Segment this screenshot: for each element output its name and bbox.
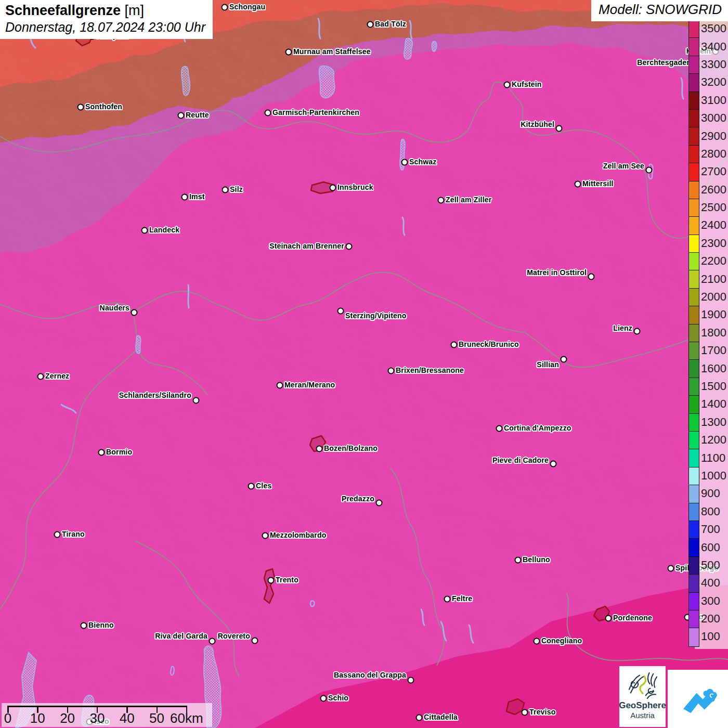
model-label: Modell: SNOWGRID (599, 2, 722, 17)
legend-color-cell (689, 289, 699, 306)
legend-tick-label: 3000 (701, 109, 726, 127)
legend-color-cell (689, 593, 699, 610)
scalebar-label: 50 (149, 710, 164, 726)
scalebar-label: 10 (30, 710, 45, 726)
legend-color-cell (689, 163, 699, 181)
legend-tick-label: 600 (701, 538, 726, 556)
legend-tick-label: 200 (701, 610, 726, 628)
legend-tick-label: 2800 (701, 145, 726, 163)
legend-color-cell (689, 235, 699, 253)
legend-tick-label: 1400 (701, 395, 726, 413)
legend-tick-label: 700 (701, 521, 726, 538)
legend-color-cell (689, 539, 699, 556)
title-datetime: Donnerstag, 18.07.2024 23:00 Uhr (5, 20, 205, 35)
legend-color-cell (689, 378, 699, 396)
legend-tick-label: 100 (701, 628, 726, 645)
legend-tick-label: 2300 (701, 235, 726, 252)
legend-color-cell (689, 20, 699, 38)
title-box: Schneefallgrenze [m] Donnerstag, 18.07.2… (0, 0, 213, 39)
legend-color-cell (689, 557, 699, 575)
legend-tick-label: 2900 (701, 127, 726, 145)
legend-tick-label: 3300 (701, 56, 726, 73)
legend-tick-label: 2400 (701, 216, 726, 234)
legend-tick-label: 1800 (701, 324, 726, 342)
legend-tick-label: 400 (701, 574, 726, 592)
legend-color-cell (689, 396, 699, 413)
legend-tick-label: 3100 (701, 92, 726, 109)
scalebar-label: 0 (4, 710, 11, 726)
legend-tick-label: 1900 (701, 306, 726, 323)
legend-color-cell (689, 449, 699, 467)
scalebar-label: 20 (60, 710, 75, 726)
legend-tick-label: 2000 (701, 288, 726, 306)
legend-color-cell (689, 521, 699, 539)
title-unit: [m] (125, 3, 145, 18)
legend-tick-label: 900 (701, 485, 726, 502)
legend-tick-label: 3500 (701, 20, 726, 37)
legend-color-cell (689, 467, 699, 485)
scalebar-label: 60km (170, 710, 203, 726)
legend-color-cell (689, 575, 699, 592)
legend-color-cell (689, 306, 699, 324)
legend-color-cell (689, 199, 699, 217)
legend-color-cell (689, 324, 699, 342)
legend-color-cell (689, 485, 699, 503)
legend-tick-label: 2500 (701, 199, 726, 216)
legend-tick-label: 1000 (701, 467, 726, 485)
legend-color-cell (689, 217, 699, 235)
legend-tick-label: 2200 (701, 252, 726, 270)
map-title: Schneefallgrenze [m] (5, 3, 205, 19)
legend-tick-label: 1500 (701, 378, 726, 395)
legend-color-cell (689, 432, 699, 449)
legend-color-cell (689, 110, 699, 127)
geosphere-logo-sub: Austria (630, 711, 655, 720)
geosphere-logo: GeoSphere Austria (619, 666, 666, 727)
legend-tick-label: 300 (701, 592, 726, 610)
legend-tick-label: 1600 (701, 359, 726, 377)
legend-color-cell (689, 360, 699, 378)
legend-tick-label: 800 (701, 503, 726, 521)
geosphere-logo-name: GeoSphere (619, 700, 666, 711)
legend-tick-label: 500 (701, 556, 726, 574)
scalebar-label: 30 (89, 710, 105, 726)
legend-tick-label: 2600 (701, 181, 726, 199)
legend-colorbar (688, 20, 699, 647)
legend-tick-label: 3200 (701, 73, 726, 91)
terrain-layers (0, 0, 728, 728)
map-canvas: SchongauBad TölzKemptenMurnau am Staffel… (0, 0, 728, 728)
legend-color-cell (689, 342, 699, 360)
legend-color-cell (689, 56, 699, 74)
legend-color-cell (689, 38, 699, 56)
legend-color-cell (689, 253, 699, 270)
legend-color-cell (689, 270, 699, 288)
legend-color-cell (689, 414, 699, 432)
distance-scalebar: 0102030405060km (2, 703, 212, 727)
legend-tick-label: 1200 (701, 431, 726, 449)
legend-color-cell (689, 628, 699, 646)
legend-tick-label: 2700 (701, 163, 726, 180)
legend-color-cell (689, 181, 699, 199)
legend-tick-label: 1700 (701, 342, 726, 359)
legend-color-cell (689, 92, 699, 110)
model-box: Modell: SNOWGRID (591, 0, 728, 21)
legend-color-cell (689, 146, 699, 163)
legend-tick-label: 1100 (701, 449, 726, 466)
legend-color-cell (689, 127, 699, 145)
legend-tick-label: 1300 (701, 413, 726, 431)
scalebar-label: 40 (120, 710, 135, 726)
legend-labels: 3500340033003200310030002900280027002600… (701, 20, 726, 646)
legend-color-cell (689, 610, 699, 628)
legend-color-cell (689, 74, 699, 92)
geosphere-contour-icon (628, 670, 658, 700)
legend-tick-label: 3400 (701, 37, 726, 55)
mountain-logo (668, 670, 728, 728)
legend-color-cell (689, 503, 699, 521)
mountain-cloud-icon (677, 678, 719, 720)
title-text: Schneefallgrenze (5, 3, 121, 18)
legend-tick-label: 2100 (701, 270, 726, 288)
